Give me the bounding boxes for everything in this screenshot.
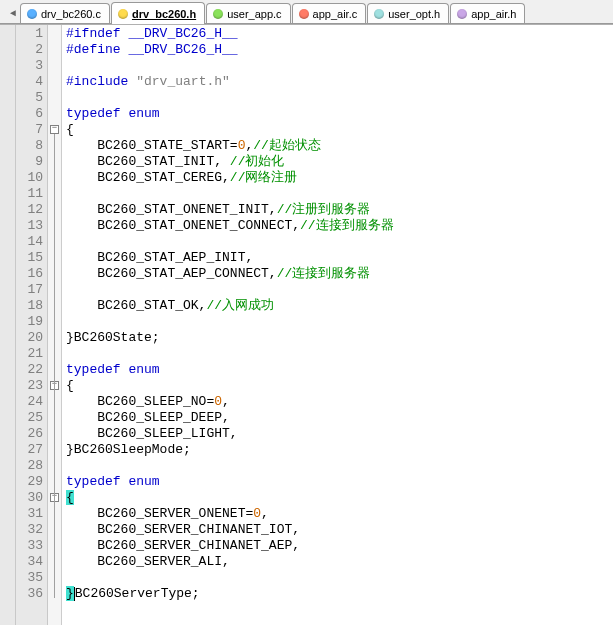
code-token: BC260_SLEEP_NO (66, 394, 206, 409)
code-line[interactable]: #define __DRV_BC26_H__ (66, 42, 613, 58)
tab-label: drv_bc260.c (41, 8, 101, 20)
fold-toggle-icon[interactable] (50, 125, 59, 134)
code-line[interactable]: typedef enum (66, 362, 613, 378)
line-number: 24 (16, 394, 43, 410)
code-line[interactable]: { (66, 490, 613, 506)
code-token: typedef (66, 106, 121, 121)
code-line[interactable] (66, 570, 613, 586)
code-line[interactable]: BC260_SLEEP_DEEP, (66, 410, 613, 426)
code-line[interactable]: BC260_SERVER_ONENET=0, (66, 506, 613, 522)
code-line[interactable] (66, 346, 613, 362)
line-number: 6 (16, 106, 43, 122)
marker-margin (0, 25, 16, 625)
line-number: 28 (16, 458, 43, 474)
code-token: #ifndef __DRV_BC26_H__ (66, 26, 238, 41)
tab-drv_bc260-h[interactable]: drv_bc260.h (111, 2, 205, 24)
code-token: typedef (66, 362, 121, 377)
code-token: , (222, 394, 230, 409)
code-token: { (66, 122, 74, 137)
code-line[interactable]: }BC260ServerType; (66, 586, 613, 602)
code-token: , (261, 506, 269, 521)
code-token: BC260_STAT_AEP_INIT, (66, 250, 253, 265)
tab-label: user_app.c (227, 8, 281, 20)
code-line[interactable]: BC260_SLEEP_NO=0, (66, 394, 613, 410)
tab-label: app_air.h (471, 8, 516, 20)
line-number: 14 (16, 234, 43, 250)
code-token: }BC260SleepMode; (66, 442, 191, 457)
code-token: //入网成功 (206, 298, 274, 313)
line-number: 1 (16, 26, 43, 42)
code-token: { (66, 378, 74, 393)
code-line[interactable]: { (66, 122, 613, 138)
code-line[interactable]: }BC260State; (66, 330, 613, 346)
line-number: 36 (16, 586, 43, 602)
line-number: 4 (16, 74, 43, 90)
code-line[interactable]: BC260_STAT_INIT, //初始化 (66, 154, 613, 170)
line-number: 10 (16, 170, 43, 186)
code-line[interactable]: }BC260SleepMode; (66, 442, 613, 458)
code-line[interactable]: BC260_STAT_ONENET_CONNECT,//连接到服务器 (66, 218, 613, 234)
code-line[interactable] (66, 282, 613, 298)
line-number: 23 (16, 378, 43, 394)
code-area[interactable]: #ifndef __DRV_BC26_H__#define __DRV_BC26… (62, 25, 613, 625)
code-line[interactable] (66, 186, 613, 202)
line-number-gutter: 1234567891011121314151617181920212223242… (16, 25, 48, 625)
code-line[interactable]: #ifndef __DRV_BC26_H__ (66, 26, 613, 42)
code-line[interactable]: BC260_STAT_OK,//入网成功 (66, 298, 613, 314)
code-line[interactable]: { (66, 378, 613, 394)
code-token: BC260_STAT_ONENET_INIT, (66, 202, 277, 217)
file-type-icon (213, 9, 223, 19)
tab-label: app_air.c (313, 8, 358, 20)
code-line[interactable] (66, 458, 613, 474)
code-token: 0 (253, 506, 261, 521)
line-number: 30 (16, 490, 43, 506)
code-line[interactable]: BC260_STAT_AEP_CONNECT,//连接到服务器 (66, 266, 613, 282)
code-token: BC260_SLEEP_DEEP, (66, 410, 230, 425)
code-token: typedef (66, 474, 121, 489)
code-line[interactable]: BC260_STATE_START=0,//起始状态 (66, 138, 613, 154)
code-line[interactable]: typedef enum (66, 106, 613, 122)
code-token: enum (128, 106, 159, 121)
line-number: 26 (16, 426, 43, 442)
line-number: 7 (16, 122, 43, 138)
tab-app_air-h[interactable]: app_air.h (450, 3, 525, 23)
fold-column (48, 25, 62, 625)
tab-user_app-c[interactable]: user_app.c (206, 3, 290, 23)
fold-guide (54, 134, 55, 598)
code-line[interactable]: BC260_SERVER_CHINANET_IOT, (66, 522, 613, 538)
line-number: 22 (16, 362, 43, 378)
tab-label: user_opt.h (388, 8, 440, 20)
tab-label: drv_bc260.h (132, 8, 196, 20)
code-line[interactable]: BC260_STAT_AEP_INIT, (66, 250, 613, 266)
line-number: 34 (16, 554, 43, 570)
tab-drv_bc260-c[interactable]: drv_bc260.c (20, 3, 110, 23)
line-number: 35 (16, 570, 43, 586)
code-line[interactable]: #include "drv_uart.h" (66, 74, 613, 90)
file-type-icon (299, 9, 309, 19)
tab-scroll-left[interactable]: ◄ (8, 3, 18, 23)
line-number: 21 (16, 346, 43, 362)
code-token: BC260_STAT_ONENET_CONNECT, (66, 218, 300, 233)
code-line[interactable]: typedef enum (66, 474, 613, 490)
code-line[interactable] (66, 314, 613, 330)
code-token: BC260_STAT_OK, (66, 298, 206, 313)
code-line[interactable]: BC260_SLEEP_LIGHT, (66, 426, 613, 442)
code-line[interactable] (66, 58, 613, 74)
code-line[interactable] (66, 90, 613, 106)
code-token: BC260ServerType; (75, 586, 200, 601)
code-token: BC260_SERVER_ALI, (66, 554, 230, 569)
code-line[interactable] (66, 234, 613, 250)
line-number: 17 (16, 282, 43, 298)
file-type-icon (118, 9, 128, 19)
code-line[interactable]: BC260_SERVER_ALI, (66, 554, 613, 570)
code-token: } (66, 586, 74, 601)
code-token: BC260_STATE_START (66, 138, 230, 153)
tab-app_air-c[interactable]: app_air.c (292, 3, 367, 23)
tab-user_opt-h[interactable]: user_opt.h (367, 3, 449, 23)
code-line[interactable]: BC260_STAT_CEREG,//网络注册 (66, 170, 613, 186)
line-number: 25 (16, 410, 43, 426)
code-token: enum (128, 474, 159, 489)
code-line[interactable]: BC260_STAT_ONENET_INIT,//注册到服务器 (66, 202, 613, 218)
code-line[interactable]: BC260_SERVER_CHINANET_AEP, (66, 538, 613, 554)
line-number: 2 (16, 42, 43, 58)
